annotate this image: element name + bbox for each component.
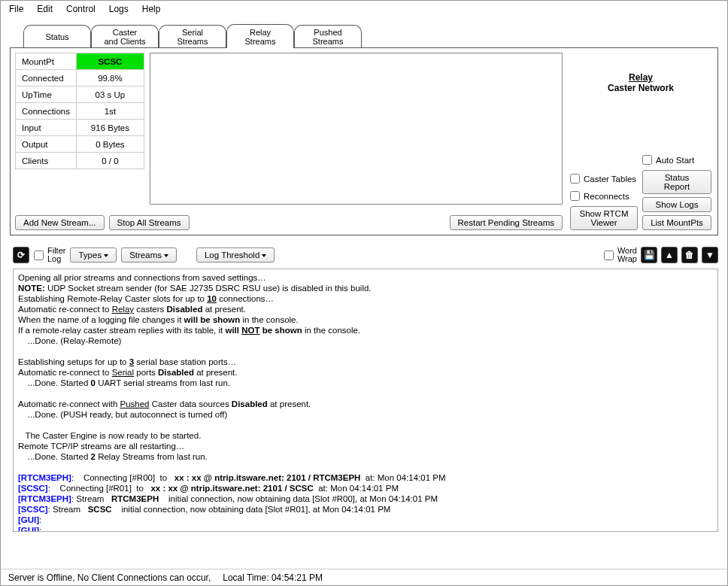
log-line: ...Done. Started 0 UART serial streams f…: [18, 378, 713, 388]
streams-dropdown[interactable]: Streams: [121, 247, 177, 263]
status-report-button[interactable]: Status Report: [642, 170, 711, 194]
filter-log-checkbox[interactable]: [34, 250, 44, 260]
log-toolbar: ⟳ Filter Log Types Streams Log Threshold…: [13, 244, 718, 266]
tab-status[interactable]: Status: [23, 25, 91, 47]
log-line: ...Done. (PUSH ready, but autoconnect is…: [18, 409, 713, 420]
log-line: ...Done. Started 2 Relay Streams from la…: [18, 451, 713, 462]
log-line: Automatic re-connect to Relay casters Di…: [18, 304, 713, 314]
log-line: Automatic re-connect with Pushed Caster …: [18, 399, 713, 409]
caster-tables-checkbox[interactable]: [570, 174, 580, 184]
log-line: [GUI]:: [18, 525, 713, 532]
auto-start-checkbox[interactable]: [642, 155, 652, 165]
word-wrap-check[interactable]: Word Wrap: [604, 247, 637, 263]
caster-tables-label: Caster Tables: [584, 175, 636, 184]
relay-panel-left: MountPt SCSC Connected 99.8% UpTime 03 s…: [11, 48, 567, 235]
cell-uptime-label: UpTime: [16, 87, 77, 103]
relay-title: Relay Caster Network: [570, 72, 711, 93]
tab-serial-streams[interactable]: Serial Streams: [159, 25, 226, 47]
show-logs-button[interactable]: Show Logs: [642, 197, 711, 212]
relay-title-top: Relay: [629, 72, 653, 83]
log-line: When the name of a logging file changes …: [18, 314, 713, 325]
log-line: Opening all prior streams and connection…: [18, 272, 713, 283]
restart-pending-button[interactable]: Restart Pending Streams: [450, 215, 563, 230]
status-server: Server is Offline, No Client Connections…: [8, 572, 211, 583]
relay-panel: MountPt SCSC Connected 99.8% UpTime 03 s…: [10, 47, 718, 235]
menu-bar: File Edit Control Logs Help: [1, 1, 727, 17]
cell-connections-value: 1st: [76, 103, 144, 120]
right-checkboxes: Caster Tables Reconnects Show RTCM Viewe…: [570, 147, 638, 230]
auto-start-check[interactable]: Auto Start: [642, 155, 711, 165]
show-rtcm-viewer-button[interactable]: Show RTCM Viewer: [570, 206, 638, 230]
menu-help[interactable]: Help: [135, 2, 168, 16]
log-line: The Caster Engine is now ready to be sta…: [18, 430, 713, 441]
save-log-icon[interactable]: 💾: [641, 247, 657, 263]
filter-log-check[interactable]: Filter Log: [34, 247, 65, 263]
relay-panel-right: Relay Caster Network Caster Tables Recon…: [567, 48, 717, 235]
menu-logs[interactable]: Logs: [102, 2, 135, 16]
word-wrap-label: Word Wrap: [617, 247, 637, 263]
cell-output-value: 0 Bytes: [76, 136, 144, 153]
log-line: NOTE: UDP Socket stream sender (for SAE …: [18, 283, 713, 293]
cell-input-value: 916 Bytes: [76, 120, 144, 136]
reconnects-check[interactable]: Reconnects: [570, 191, 638, 201]
log-line: Automatic re-connect to Serial ports Dis…: [18, 367, 713, 378]
panel-buttons-left: Add New Stream... Stop All Streams: [15, 215, 190, 230]
log-line: [SCSC]: Connecting [#R01] to xx : xx @ n…: [18, 483, 713, 493]
cell-connected-value: 99.8%: [76, 70, 144, 87]
tab-pushed-streams[interactable]: Pushed Streams: [294, 25, 362, 47]
right-buttons: Auto Start Status Report Show Logs List …: [642, 153, 711, 230]
filter-log-label: Filter Log: [47, 247, 65, 263]
log-output[interactable]: Opening all prior streams and connection…: [13, 269, 718, 532]
log-line: [RTCM3EPH]: Connecting [#R00] to xx : xx…: [18, 472, 713, 483]
cell-mountpt-value[interactable]: SCSC: [76, 53, 144, 70]
up-page-icon[interactable]: ▲: [661, 247, 678, 263]
refresh-icon[interactable]: ⟳: [13, 247, 29, 263]
tabs: Status Caster and Clients Serial Streams…: [1, 20, 727, 47]
app-window: File Edit Control Logs Help Status Caste…: [0, 0, 728, 586]
down-page-icon[interactable]: ▼: [702, 247, 718, 263]
cell-clients-label: Clients: [16, 153, 77, 169]
cell-input-label: Input: [16, 120, 77, 136]
reconnects-checkbox[interactable]: [570, 191, 580, 201]
relay-title-bottom: Caster Network: [608, 83, 674, 93]
log-line: Establishing Remote-Relay Caster slots f…: [18, 293, 713, 304]
panel-buttons-right: Restart Pending Streams: [450, 215, 563, 230]
cell-output-label: Output: [16, 136, 77, 153]
panel-right-lower: Caster Tables Reconnects Show RTCM Viewe…: [570, 147, 711, 230]
log-line: [RTCM3EPH]: Stream RTCM3EPH initial conn…: [18, 493, 713, 504]
log-line: [GUI]:: [18, 515, 713, 525]
status-bar: Server is Offline, No Client Connections…: [1, 569, 727, 585]
caster-tables-check[interactable]: Caster Tables: [570, 174, 638, 184]
word-wrap-checkbox[interactable]: [604, 250, 614, 260]
menu-edit[interactable]: Edit: [30, 2, 59, 16]
menu-file[interactable]: File: [2, 2, 30, 16]
log-line: ...Done. (Relay-Remote): [18, 336, 713, 346]
log-line: If a remote-relay caster stream replies …: [18, 325, 713, 336]
types-dropdown[interactable]: Types: [70, 247, 117, 263]
cell-connected-label: Connected: [16, 70, 77, 87]
cell-connections-label: Connections: [16, 103, 77, 120]
log-line: Establishing setups for up to 3 serial b…: [18, 357, 713, 367]
tab-caster-clients[interactable]: Caster and Clients: [91, 25, 159, 47]
auto-start-label: Auto Start: [656, 156, 694, 165]
tab-relay-streams[interactable]: Relay Streams: [226, 24, 294, 48]
log-threshold-dropdown[interactable]: Log Threshold: [196, 247, 275, 263]
stream-detail-frame: [150, 53, 563, 205]
menu-control[interactable]: Control: [59, 2, 102, 16]
stream-table: MountPt SCSC Connected 99.8% UpTime 03 s…: [15, 53, 144, 169]
reconnects-label: Reconnects: [584, 192, 629, 201]
log-line: Remote TCP/IP streams are all restarting…: [18, 441, 713, 451]
stop-all-streams-button[interactable]: Stop All Streams: [109, 215, 190, 230]
clear-log-icon[interactable]: 🗑: [681, 247, 698, 263]
add-new-stream-button[interactable]: Add New Stream...: [15, 215, 105, 230]
cell-uptime-value: 03 s Up: [76, 87, 144, 103]
log-line: [SCSC]: Stream SCSC initial connection, …: [18, 504, 713, 515]
cell-clients-value: 0 / 0: [76, 153, 144, 169]
status-time: Local Time: 04:54:21 PM: [223, 572, 323, 583]
list-mountpts-button[interactable]: List MountPts: [642, 215, 711, 230]
cell-mountpt-label: MountPt: [16, 53, 77, 70]
